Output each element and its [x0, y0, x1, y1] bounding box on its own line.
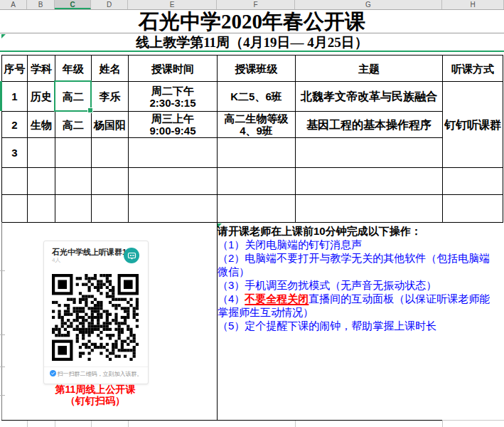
cell-row5-name[interactable]	[92, 195, 129, 223]
schedule-table: 序号 学科 年级 姓名 授课时间 授课班级 主题 听课方式 1 历史 高二 李乐…	[1, 55, 503, 223]
bottom-border	[1, 420, 442, 421]
cell-row2-topic[interactable]: 基因工程的基本操作程序	[296, 112, 443, 138]
cell-row3-subject[interactable]	[28, 138, 55, 168]
cell-row5-method[interactable]	[443, 195, 503, 223]
header-cell-name[interactable]: 姓名	[92, 56, 129, 82]
cell-row2-grade[interactable]: 高二	[55, 112, 92, 138]
spreadsheet: A B C D E F G H 石光中学2020年春公开课 线上教学第11周（4…	[0, 0, 504, 427]
column-header-strip: A B C D E F G H	[0, 0, 504, 10]
cell-row4-seq[interactable]	[2, 168, 28, 195]
instruction-item-2: （2）电脑端不要打开与教学无关的其他软件（包括电脑端微信）	[218, 251, 500, 278]
cell-row3-seq[interactable]: 3	[2, 138, 28, 168]
gridline	[295, 421, 296, 427]
cell-row1-time[interactable]: 周二下午 2:30-3:15	[129, 82, 218, 112]
col-header-D[interactable]: D	[91, 0, 128, 9]
instruction-item-4-highlight: 不要全程关闭	[245, 292, 309, 305]
class-line2: 4、9班	[240, 125, 273, 137]
header-cell-topic[interactable]: 主题	[296, 56, 443, 82]
col-header-H[interactable]: H	[442, 0, 504, 9]
card-divider	[44, 367, 148, 367]
cell-row5-time[interactable]	[129, 195, 218, 223]
cell-row5-class[interactable]	[218, 195, 296, 223]
cell-row1-class[interactable]: K二5、6班	[218, 82, 296, 112]
cell-row1-subject[interactable]: 历史	[28, 82, 55, 112]
cell-row4-class[interactable]	[218, 168, 296, 195]
cell-row3-class[interactable]	[218, 138, 296, 168]
col-header-C-selected[interactable]: C	[55, 0, 91, 9]
cell-row1-seq[interactable]: 1	[2, 82, 28, 112]
cell-row4-subject[interactable]	[28, 168, 55, 195]
sheet-title[interactable]: 石光中学2020年春公开课	[0, 9, 504, 33]
cell-row3-time[interactable]	[129, 138, 218, 168]
gridline	[128, 421, 129, 427]
cell-row2-seq[interactable]: 2	[2, 112, 28, 138]
row-header-highlight	[0, 81, 2, 111]
dingtalk-scan-icon	[50, 370, 56, 379]
header-cell-subject[interactable]: 学科	[28, 56, 55, 82]
cell-row4-topic[interactable]	[296, 168, 443, 195]
cell-row1-name[interactable]: 李乐	[92, 82, 129, 112]
cell-row4-grade[interactable]	[55, 168, 92, 195]
col-header-A[interactable]: A	[0, 0, 27, 9]
qr-code	[52, 274, 139, 361]
cell-row2-time[interactable]: 周三上午 9:00-9:45	[129, 112, 218, 138]
row-tick	[0, 270, 5, 271]
header-cell-seq[interactable]: 序号	[2, 56, 28, 82]
instruction-item-3: （3）手机调至勿扰模式（无声音无振动状态）	[218, 278, 500, 292]
cell-row5-grade[interactable]	[55, 195, 92, 223]
row-tick	[0, 367, 5, 367]
cell-row5-subject[interactable]	[28, 195, 55, 223]
cell-row2-name[interactable]: 杨国阳	[92, 112, 129, 138]
cell-row1-topic[interactable]: 北魏孝文帝改革与民族融合	[296, 82, 443, 112]
cell-row3-grade[interactable]	[55, 138, 92, 168]
instruction-item-4: （4）不要全程关闭直播间的互动面板（以保证听课老师能掌握师生互动情况）	[218, 292, 500, 319]
cell-row5-topic[interactable]	[296, 195, 443, 223]
cell-listen-method-merged[interactable]: 钉钉听课群	[443, 82, 503, 168]
cell-row3-name[interactable]	[92, 138, 129, 168]
class-line1: 高二生物等级	[225, 112, 289, 125]
qr-caption[interactable]: 第11周线上公开课 （钉钉扫码）	[0, 384, 191, 406]
col-header-B[interactable]: B	[27, 0, 55, 9]
qr-caption-line1: 第11周线上公开课	[0, 384, 191, 395]
cell-row3-topic[interactable]	[296, 138, 443, 168]
time-line1: 周三上午	[151, 112, 194, 125]
header-cell-class[interactable]: 授课班级	[218, 56, 296, 82]
qr-footer-text: 扫一扫群二维码，立刻加入该群。	[58, 371, 143, 377]
instruction-item-1: （1）关闭电脑端的钉钉消息声	[218, 238, 500, 251]
cell-row5-seq[interactable]	[2, 195, 28, 223]
gridline	[55, 421, 55, 427]
col-header-E[interactable]: E	[128, 0, 217, 9]
error-indicator-triangle	[1, 34, 6, 38]
row-tick	[0, 334, 5, 335]
instruction-item-5: （5）定个提醒下课的闹钟，帮助掌握上课时长	[218, 319, 500, 332]
bottom-gridline	[442, 420, 504, 421]
gridline	[27, 421, 28, 427]
time-line1: 周二下午	[151, 85, 194, 97]
gridline	[91, 421, 92, 427]
col-header-G[interactable]: G	[295, 0, 442, 9]
cell-row4-name[interactable]	[92, 168, 129, 195]
header-cell-grade[interactable]: 年级	[55, 56, 92, 82]
time-line2: 9:00-9:45	[149, 125, 195, 137]
dingtalk-group-card: 石光中学线上听课群1 4人 扫一扫群二维码，立刻加入该群。	[43, 241, 149, 384]
pane-divider-line	[0, 51, 504, 52]
sheet-subtitle[interactable]: 线上教学第11周（4月19日— 4月25日）	[0, 33, 504, 51]
cell-row4-method[interactable]	[443, 168, 503, 195]
time-line2: 2:30-3:15	[149, 97, 195, 109]
instructions-cell[interactable]: 请开课老师在上课前10分钟完成以下操作： （1）关闭电脑端的钉钉消息声 （2）电…	[218, 224, 500, 332]
qr-footer: 扫一扫群二维码，立刻加入该群。	[44, 370, 148, 379]
cell-row1-grade-selected[interactable]: 高二	[55, 82, 92, 112]
cell-row2-class[interactable]: 高二生物等级 4、9班	[218, 112, 296, 138]
gridline	[442, 421, 443, 427]
cell-row2-subject[interactable]: 生物	[28, 112, 55, 138]
group-avatar-icon	[124, 248, 139, 263]
header-cell-method[interactable]: 听课方式	[443, 56, 503, 82]
qr-caption-line2: （钉钉扫码）	[0, 395, 191, 406]
header-cell-time[interactable]: 授课时间	[129, 56, 218, 82]
col-header-F[interactable]: F	[217, 0, 295, 9]
cell-row4-time[interactable]	[129, 168, 218, 195]
instructions-header: 请开课老师在上课前10分钟完成以下操作：	[218, 224, 500, 238]
